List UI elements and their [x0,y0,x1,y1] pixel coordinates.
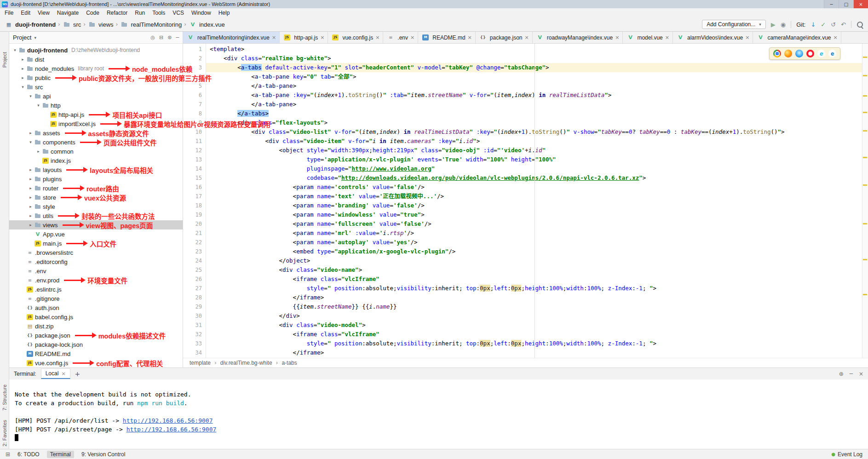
tree-item-vue.config.js[interactable]: JSvue.config.jsconfig配置、代理相关 [9,358,183,367]
line-number[interactable]: 28 [183,293,202,302]
gear-icon[interactable]: ⊛ [167,34,172,40]
code-line-24[interactable]: </object> [206,256,868,265]
tree-toggle-icon[interactable]: ▸ [28,213,34,218]
statusbar-6-todo[interactable]: 6: TODO [17,451,40,458]
code-line-31[interactable]: <div class="video-model"> [206,321,868,330]
project-panel-title[interactable]: Project [13,34,31,41]
statusbar-event-log[interactable]: ●Event Log [831,451,862,458]
editor-tab-realTimeMonitoring\index.vue[interactable]: VrealTimeMonitoring\index.vue× [183,32,280,43]
tree-item-store[interactable]: ▸storevuex公共资源 [9,193,183,202]
editor-tab-roadwayManage\index.vue[interactable]: VroadwayManage\index.vue× [533,32,623,43]
code-line-23[interactable]: <embed type="application/x-google-vlc-pl… [206,247,868,256]
tree-item-README.md[interactable]: MREADME.md [9,349,183,358]
tree-toggle-icon[interactable]: ▾ [20,85,26,89]
tab-close-icon[interactable]: × [665,34,669,40]
tree-item-router[interactable]: ▸routerrouter路由 [9,184,183,193]
code-line-30[interactable]: </div> [206,311,868,321]
error-stripe[interactable] [862,44,868,358]
line-number[interactable]: 11 [183,137,202,146]
code-line-10[interactable]: <div class="video-list" v-for="(item,ind… [206,127,868,137]
tree-toggle-icon[interactable]: ▸ [28,223,34,227]
locate-file-icon[interactable]: ◎ [150,34,155,40]
editor-tab-README.md[interactable]: MREADME.md× [418,32,476,43]
menu-item-tools[interactable]: Tools [149,10,169,16]
run-button[interactable]: ▶ [771,21,776,28]
tree-toggle-icon[interactable]: ▾ [35,103,41,108]
tree-item-package-lock.json[interactable]: {}package-lock.json [9,340,183,349]
line-number[interactable]: 34 [183,348,202,357]
code-line-15[interactable]: codebase="http://downloads.videolan.org/… [206,173,868,183]
code-line-16[interactable]: <param name='controls' value='false'/> [206,183,868,192]
terminal-link[interactable]: http://192.168.66.56:9007 [126,426,217,433]
code-line-25[interactable]: <div class="video-name"> [206,265,868,275]
vcs-rollback-button[interactable]: ↶ [841,21,846,28]
menu-item-code[interactable]: Code [82,10,103,16]
tool-window-switcher-icon[interactable]: ⊞ [6,451,10,458]
line-number[interactable]: 32 [183,330,202,339]
new-terminal-button[interactable]: + [75,370,80,378]
tree-item-http-api.js[interactable]: JShttp-api.js项目相关api接口 [9,110,183,119]
chrome-icon[interactable] [773,50,781,57]
code-line-14[interactable]: pluginspage="http://www.videolan.org" [206,164,868,173]
code-line-5[interactable]: </a-tab-pane> [206,81,868,91]
tree-toggle-icon[interactable]: ▾ [12,48,18,52]
tree-item-style[interactable]: ▸style [9,202,183,211]
line-number[interactable]: 25 [183,265,202,275]
tree-item-.gitignore[interactable]: ≡.gitignore [9,294,183,303]
terminal-tab-local[interactable]: Local × [41,368,70,379]
tree-toggle-icon[interactable]: ▸ [28,204,34,209]
editor-tab-http-api.js[interactable]: JShttp-api.js× [280,32,328,43]
tree-toggle-icon[interactable]: ▸ [28,186,34,190]
code-line-20[interactable]: <param name='fullscreen' value='false'/> [206,219,868,229]
menu-item-edit[interactable]: Edit [17,10,34,16]
tree-item-http[interactable]: ▾http [9,101,183,110]
line-number[interactable]: 23 [183,247,202,256]
code-line-19[interactable]: <param name='windowless' value="true"> [206,210,868,219]
tool-button-2-favorites[interactable]: 2: Favorites [2,420,7,446]
code-line-9[interactable]: <div class="flex-layouts"> [206,118,868,127]
tree-item-App.vue[interactable]: VApp.vue [9,230,183,239]
tree-item-babel.config.js[interactable]: JSbabel.config.js [9,312,183,321]
line-number[interactable]: 26 [183,275,202,284]
editor-tab-package.json[interactable]: {}package.json× [476,32,533,43]
line-number[interactable]: 18 [183,201,202,210]
line-number[interactable]: 13 [183,155,202,164]
vcs-commit-button[interactable]: ✓ [821,21,826,28]
tab-close-icon[interactable]: × [272,34,276,40]
code-line-34[interactable]: </iframe> [206,348,868,357]
breadcrumb-item-src[interactable]: src [63,21,81,28]
tree-toggle-icon[interactable]: ▾ [28,94,34,98]
editor-tab-.env[interactable]: ≡.env× [383,32,418,43]
tree-toggle-icon[interactable]: ▸ [28,195,34,200]
editor-tab-cameraManage\index.vue[interactable]: VcameraManage\index.vue× [753,32,841,43]
tree-item-dist[interactable]: ▸dist [9,55,183,64]
line-number[interactable]: 8 [183,109,202,118]
line-number[interactable]: 20 [183,219,202,229]
tree-item-package.json[interactable]: {}package.jsonmodules依赖描述文件 [9,331,183,340]
line-number[interactable]: 14 [183,164,202,173]
tree-item-.editorconfig[interactable]: ≡.editorconfig [9,257,183,266]
editor-tab-alarmVideos\index.vue[interactable]: ValarmVideos\index.vue× [673,32,753,43]
tool-button-7-structure[interactable]: 7: Structure [2,384,7,411]
tab-close-icon[interactable]: × [834,34,838,40]
close-icon[interactable]: × [61,371,65,377]
tree-toggle-icon[interactable]: ▸ [28,131,34,135]
code-line-32[interactable]: <iframe class="vlcIframe" [206,330,868,339]
tab-close-icon[interactable]: × [615,34,619,40]
line-number[interactable]: 1 [183,45,202,54]
code-line-28[interactable]: </iframe> [206,293,868,302]
search-everywhere-icon[interactable] [857,21,863,28]
code-line-22[interactable]: <param name='autoplay' value='yes'/> [206,238,868,247]
tree-item-utils[interactable]: ▸utils封装的一些公共函数方法 [9,211,183,220]
editor-tab-vue.config.js[interactable]: JSvue.config.js× [328,32,383,43]
menu-item-refactor[interactable]: Refactor [103,10,131,16]
tree-item-common[interactable]: ▸common [9,147,183,156]
tree-item-duoji-frontend[interactable]: ▾duoji-frontendD:\zheheWeb\duoji-fronten… [9,46,183,55]
tree-item-auth.json[interactable]: {}auth.json [9,303,183,312]
code-line-8[interactable]: </a-tabs> [206,109,868,118]
tree-toggle-icon[interactable]: ▸ [35,149,41,154]
line-number[interactable]: 7 [183,100,202,109]
code-editor[interactable]: 1234567891011121314151617181920212223242… [183,44,868,358]
tree-item-node_modules[interactable]: ▸node_moduleslibrary rootnode_modules依赖 [9,64,183,73]
tab-close-icon[interactable]: × [525,34,529,40]
